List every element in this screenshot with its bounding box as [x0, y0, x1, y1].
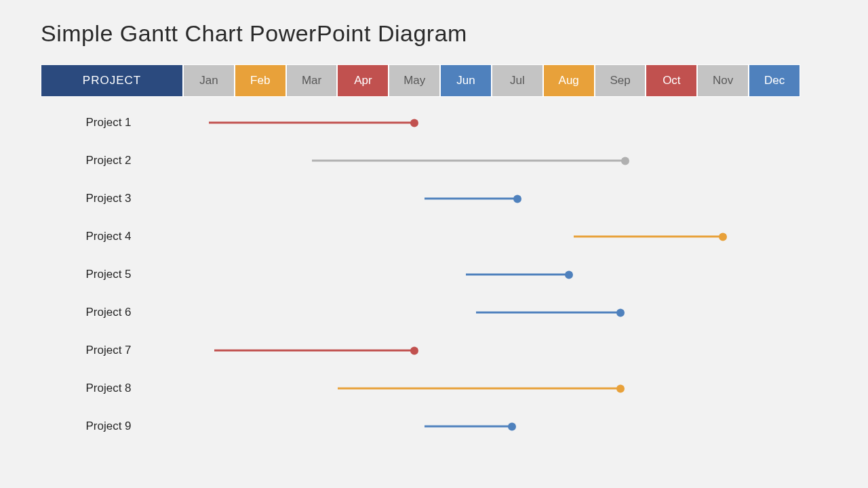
month-header-mar: Mar: [286, 64, 338, 97]
row-track: [183, 407, 800, 445]
month-header-jul: Jul: [492, 64, 543, 97]
gantt-row: Project 1: [41, 104, 800, 142]
gantt-bar-end-dot: [508, 422, 516, 430]
gantt-bar: [425, 426, 512, 428]
gantt-bar: [574, 236, 723, 238]
gantt-body: Project 1Project 2Project 3Project 4Proj…: [41, 104, 800, 445]
row-label: Project 5: [41, 268, 183, 281]
row-track: [183, 293, 800, 331]
gantt-bar: [209, 122, 414, 124]
row-track: [183, 256, 800, 293]
gantt-bar-end-dot: [616, 308, 625, 317]
row-label: Project 3: [41, 192, 183, 205]
row-track: [183, 142, 800, 180]
row-track: [183, 218, 800, 256]
gantt-row: Project 9: [41, 407, 800, 445]
gantt-row: Project 8: [41, 369, 800, 407]
gantt-bar: [338, 388, 620, 390]
row-label: Project 4: [41, 230, 183, 243]
gantt-bar: [312, 160, 626, 162]
month-header-may: May: [389, 64, 440, 97]
gantt-bar: [466, 274, 569, 276]
row-label: Project 6: [41, 306, 183, 319]
gantt-bar: [476, 312, 620, 314]
gantt-bar: [214, 350, 415, 352]
month-header-jun: Jun: [440, 64, 492, 97]
gantt-bar-end-dot: [616, 384, 625, 392]
month-header-apr: Apr: [337, 64, 389, 97]
month-header-aug: Aug: [543, 64, 595, 97]
gantt-row: Project 7: [41, 331, 800, 369]
gantt-row: Project 6: [41, 293, 800, 331]
month-header-oct: Oct: [646, 64, 697, 97]
gantt-row: Project 4: [41, 218, 800, 256]
row-label: Project 9: [41, 420, 183, 433]
gantt-chart: PROJECT JanFebMarAprMayJunJulAugSepOctNo…: [41, 64, 800, 445]
gantt-bar-end-dot: [410, 346, 418, 354]
header-row: PROJECT JanFebMarAprMayJunJulAugSepOctNo…: [41, 64, 800, 97]
gantt-bar-end-dot: [513, 195, 521, 203]
row-track: [183, 104, 800, 142]
gantt-row: Project 5: [41, 256, 800, 293]
row-track: [183, 180, 800, 218]
row-label: Project 2: [41, 154, 183, 167]
project-header: PROJECT: [41, 64, 183, 97]
gantt-bar-end-dot: [621, 157, 629, 165]
gantt-row: Project 3: [41, 180, 800, 218]
month-header-dec: Dec: [749, 64, 800, 97]
row-label: Project 7: [41, 344, 183, 357]
gantt-row: Project 2: [41, 142, 800, 180]
gantt-bar: [425, 198, 517, 200]
row-track: [183, 331, 800, 369]
month-header-nov: Nov: [697, 64, 749, 97]
row-track: [183, 369, 800, 407]
row-label: Project 1: [41, 116, 183, 129]
gantt-bar-end-dot: [719, 232, 727, 241]
row-label: Project 8: [41, 382, 183, 395]
month-header-jan: Jan: [183, 64, 235, 97]
page-title: Simple Gantt Chart PowerPoint Diagram: [41, 20, 827, 47]
gantt-bar-end-dot: [565, 270, 573, 279]
month-header-sep: Sep: [595, 64, 646, 97]
gantt-bar-end-dot: [410, 119, 418, 127]
month-header-feb: Feb: [235, 64, 286, 97]
